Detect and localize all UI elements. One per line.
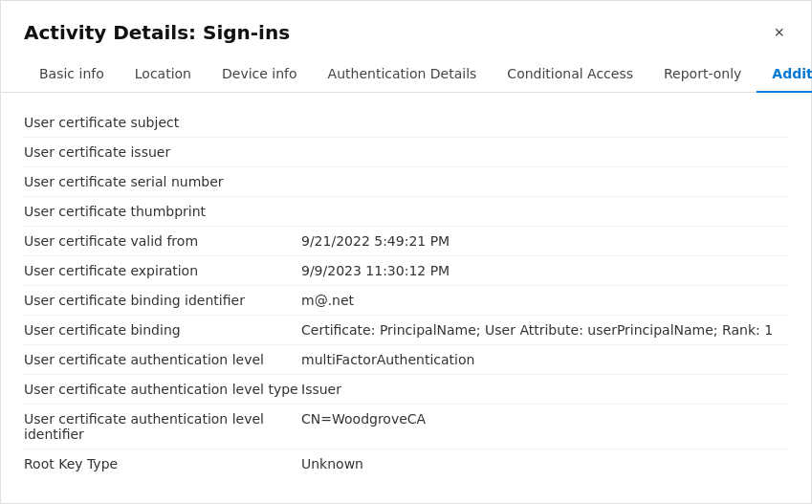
row-label: User certificate binding identifier <box>24 293 301 308</box>
table-row: User certificate authentication level ty… <box>24 375 788 405</box>
dialog-header: Activity Details: Sign-ins × <box>1 1 811 56</box>
table-row: User certificate bindingCertificate: Pri… <box>24 316 788 345</box>
tab-authentication-details[interactable]: Authentication Details <box>313 56 493 93</box>
row-value: Issuer <box>301 382 788 397</box>
content-area: User certificate subjectUser certificate… <box>1 93 811 503</box>
table-row: User certificate issuer <box>24 138 788 167</box>
table-row: User certificate valid from9/21/2022 5:4… <box>24 227 788 256</box>
row-label: User certificate authentication level ty… <box>24 382 301 397</box>
row-label: Root Key Type <box>24 456 301 471</box>
row-value: m@.net <box>301 293 788 308</box>
row-label: User certificate issuer <box>24 144 301 160</box>
tab-bar: Basic infoLocationDevice infoAuthenticat… <box>1 56 811 93</box>
row-label: User certificate serial number <box>24 174 301 189</box>
table-row: User certificate authentication levelmul… <box>24 345 788 375</box>
row-value: 9/21/2022 5:49:21 PM <box>301 233 788 249</box>
tab-report-only[interactable]: Report-only <box>648 56 757 93</box>
row-label: User certificate expiration <box>24 263 301 278</box>
tab-device-info[interactable]: Device info <box>207 56 313 93</box>
row-value: 9/9/2023 11:30:12 PM <box>301 263 788 278</box>
row-label: User certificate authentication level <box>24 352 301 367</box>
tab-basic-info[interactable]: Basic info <box>24 56 120 93</box>
row-label: User certificate authentication level id… <box>24 411 301 442</box>
dialog: Activity Details: Sign-ins × Basic infoL… <box>0 0 812 504</box>
row-label: User certificate thumbprint <box>24 204 301 219</box>
table-row: User certificate binding identifierm@.ne… <box>24 286 788 316</box>
table-row: User certificate expiration9/9/2023 11:3… <box>24 256 788 286</box>
row-label: User certificate subject <box>24 115 301 130</box>
table-row: User certificate authentication level id… <box>24 405 788 449</box>
table-row: Root Key TypeUnknown <box>24 449 788 478</box>
tab-conditional-access[interactable]: Conditional Access <box>492 56 648 93</box>
dialog-title: Activity Details: Sign-ins <box>24 21 290 44</box>
close-button[interactable]: × <box>770 20 788 45</box>
table-row: User certificate serial number <box>24 167 788 197</box>
row-label: User certificate valid from <box>24 233 301 249</box>
tab-location[interactable]: Location <box>120 56 207 93</box>
table-row: User certificate thumbprint <box>24 197 788 227</box>
table-row: User certificate subject <box>24 108 788 138</box>
row-value: Unknown <box>301 456 788 471</box>
row-label: User certificate binding <box>24 322 301 338</box>
row-value: multiFactorAuthentication <box>301 352 788 367</box>
row-value: CN=WoodgroveCA <box>301 411 788 427</box>
tab-additional-details[interactable]: Additional Details <box>757 56 812 93</box>
row-value: Certificate: PrincipalName; User Attribu… <box>301 322 788 338</box>
